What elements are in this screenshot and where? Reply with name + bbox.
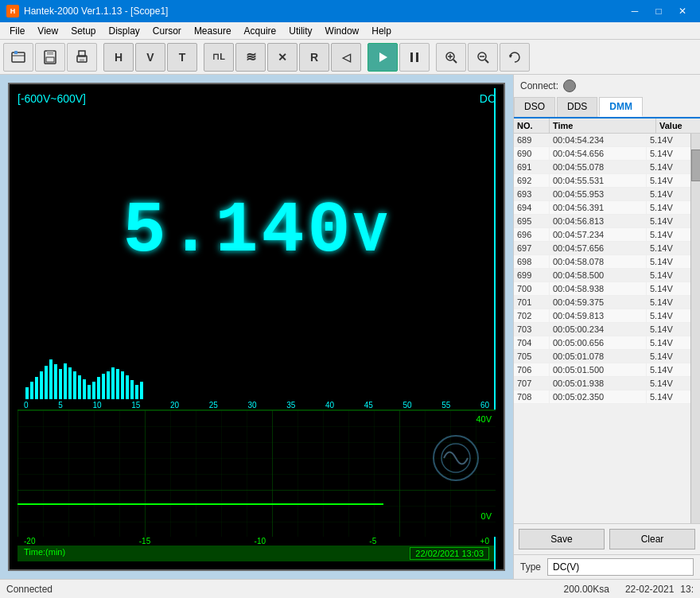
table-row[interactable]: 703 00:05:00.234 5.14V <box>514 323 690 336</box>
bar-segment <box>25 387 29 399</box>
bar-segment <box>97 377 100 399</box>
svg-rect-21 <box>18 410 496 537</box>
scrollbar-track[interactable] <box>690 134 700 523</box>
bar-segment <box>30 382 33 399</box>
waveform-x-scale: -20 -15 -10 -5 +0 <box>18 537 496 546</box>
cell-time: 00:05:02.350 <box>550 390 647 403</box>
bar-segment <box>92 382 95 399</box>
table-row[interactable]: 690 00:04:54.656 5.14V <box>514 147 690 161</box>
type-label: Type <box>520 561 541 573</box>
table-row[interactable]: 708 00:05:02.350 5.14V <box>514 390 690 404</box>
toolbar-print-button[interactable] <box>67 43 97 72</box>
table-row[interactable]: 694 00:04:56.391 5.14V <box>514 201 690 215</box>
toolbar-play-button[interactable] <box>368 43 398 72</box>
table-row[interactable]: 696 00:04:57.234 5.14V <box>514 228 690 242</box>
toolbar-pulse-button[interactable]: ⊓L <box>204 43 234 72</box>
menu-window[interactable]: Window <box>319 24 366 38</box>
right-panel: Connect: DSO DDS DMM NO. Time Value 689 … <box>513 75 700 579</box>
menu-help[interactable]: Help <box>365 24 398 38</box>
main-area: [-600V~600V] DC 5.140V 0 5 <box>0 75 700 579</box>
dmm-bar-chart: 0 5 10 15 20 25 30 35 40 45 50 55 60 <box>18 354 496 410</box>
bar-scale: 0 5 10 15 20 25 30 35 40 45 50 55 60 <box>18 401 496 410</box>
cell-no: 695 <box>514 215 550 227</box>
cell-value: 5.14V <box>647 323 690 336</box>
toolbar-zoom-in-button[interactable] <box>436 43 466 72</box>
table-row[interactable]: 692 00:04:55.531 5.14V <box>514 174 690 188</box>
data-table: NO. Time Value 689 00:04:54.234 5.14V 69… <box>514 118 700 523</box>
table-row[interactable]: 697 00:04:57.656 5.14V <box>514 242 690 255</box>
toolbar-reset-button[interactable] <box>500 43 530 72</box>
toolbar-pause-button[interactable] <box>399 43 430 72</box>
cell-no: 691 <box>514 161 550 173</box>
toolbar-rewind-button[interactable]: ◁ <box>331 43 361 72</box>
menu-file[interactable]: File <box>3 24 31 38</box>
cell-no: 704 <box>514 336 550 349</box>
toolbar-cross-button[interactable]: ✕ <box>267 43 298 72</box>
table-row[interactable]: 699 00:04:58.500 5.14V <box>514 269 690 282</box>
cell-value: 5.14V <box>647 161 690 173</box>
toolbar-open-button[interactable] <box>3 43 33 72</box>
table-row[interactable]: 695 00:04:56.813 5.14V <box>514 215 690 228</box>
maximize-button[interactable]: □ <box>648 3 670 19</box>
menubar: File View Setup Display Cursor Measure A… <box>0 22 700 40</box>
bar-segment <box>111 367 115 399</box>
bar-segment <box>49 359 52 399</box>
table-row[interactable]: 707 00:05:01.938 5.14V <box>514 377 690 390</box>
cell-time: 00:04:58.500 <box>550 269 647 282</box>
table-row[interactable]: 691 00:04:55.078 5.14V <box>514 161 690 174</box>
bar-segment <box>140 382 143 399</box>
status-time: 13: <box>680 584 694 595</box>
table-row[interactable]: 698 00:04:58.078 5.14V <box>514 255 690 269</box>
table-row[interactable]: 706 00:05:01.500 5.14V <box>514 363 690 377</box>
datetime-bar: Time:(min) 22/02/2021 13:03 <box>18 546 496 561</box>
menu-view[interactable]: View <box>31 24 64 38</box>
table-row[interactable]: 705 00:05:01.078 5.14V <box>514 350 690 363</box>
toolbar-v-button[interactable]: V <box>135 43 165 72</box>
menu-display[interactable]: Display <box>103 24 146 38</box>
tab-dds[interactable]: DDS <box>557 97 597 117</box>
bar-segment <box>126 375 129 399</box>
table-row[interactable]: 689 00:04:54.234 5.14V <box>514 134 690 147</box>
bar-segment <box>83 379 86 399</box>
menu-measure[interactable]: Measure <box>188 24 238 38</box>
cell-no: 708 <box>514 390 550 403</box>
toolbar-h-button[interactable]: H <box>103 43 134 72</box>
table-body[interactable]: 689 00:04:54.234 5.14V 690 00:04:54.656 … <box>514 134 690 523</box>
menu-setup[interactable]: Setup <box>64 24 102 38</box>
cell-value: 5.14V <box>647 174 690 187</box>
cell-no: 689 <box>514 134 550 146</box>
close-button[interactable]: ✕ <box>671 3 694 19</box>
table-row[interactable]: 701 00:04:59.375 5.14V <box>514 296 690 309</box>
col-no: NO. <box>514 118 550 133</box>
toolbar-zoom-out-button[interactable] <box>468 43 498 72</box>
menu-utility[interactable]: Utility <box>282 24 318 38</box>
minimize-button[interactable]: ─ <box>624 3 646 19</box>
table-row[interactable]: 700 00:04:58.938 5.14V <box>514 282 690 296</box>
table-row[interactable]: 693 00:04:55.953 5.14V <box>514 188 690 201</box>
cell-time: 00:05:01.938 <box>550 377 647 390</box>
scrollbar-thumb[interactable] <box>691 150 700 181</box>
menu-cursor[interactable]: Cursor <box>146 24 188 38</box>
table-row[interactable]: 704 00:05:00.656 5.14V <box>514 336 690 350</box>
tab-dso[interactable]: DSO <box>514 97 555 117</box>
app-icon: H <box>6 5 19 17</box>
cell-value: 5.14V <box>647 336 690 349</box>
dmm-value-display: 5.140V <box>18 109 496 354</box>
dmm-number: 5.140V <box>122 191 390 272</box>
toolbar-r-button[interactable]: R <box>299 43 329 72</box>
bar-segment <box>35 377 38 399</box>
toolbar-t-button[interactable]: T <box>167 43 197 72</box>
scope-area: [-600V~600V] DC 5.140V 0 5 <box>0 75 513 579</box>
cell-time: 00:05:01.078 <box>550 350 647 363</box>
bar-segment <box>116 369 119 399</box>
toolbar-grid-button[interactable]: ≋ <box>235 43 266 72</box>
cell-value: 5.14V <box>647 309 690 322</box>
save-button[interactable]: Save <box>519 529 605 549</box>
window-controls: ─ □ ✕ <box>624 3 694 19</box>
clear-button[interactable]: Clear <box>609 529 695 549</box>
tab-dmm[interactable]: DMM <box>599 97 643 117</box>
toolbar-save-button[interactable] <box>35 43 65 72</box>
svg-rect-7 <box>80 59 84 61</box>
menu-acquire[interactable]: Acquire <box>238 24 283 38</box>
table-row[interactable]: 702 00:04:59.813 5.14V <box>514 309 690 323</box>
